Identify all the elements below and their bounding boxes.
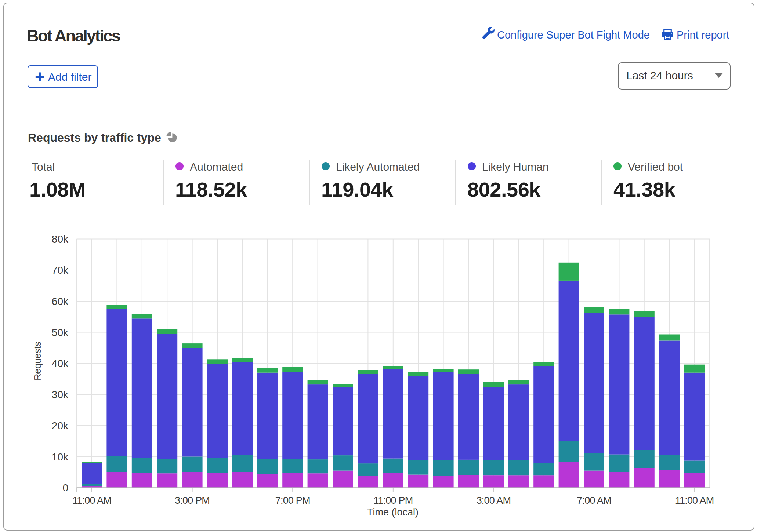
svg-text:20k: 20k — [52, 420, 69, 431]
svg-text:11:00 AM: 11:00 AM — [72, 495, 111, 506]
svg-text:80k: 80k — [52, 233, 69, 245]
svg-text:0: 0 — [62, 482, 68, 493]
svg-text:50k: 50k — [52, 327, 69, 338]
svg-text:70k: 70k — [52, 265, 69, 276]
svg-text:40k: 40k — [52, 358, 69, 369]
svg-text:10k: 10k — [52, 451, 69, 463]
svg-text:11:00 AM: 11:00 AM — [675, 495, 714, 506]
svg-text:7:00 AM: 7:00 AM — [577, 495, 611, 506]
svg-text:11:00 PM: 11:00 PM — [373, 495, 413, 506]
svg-text:3:00 PM: 3:00 PM — [175, 495, 210, 506]
svg-text:Requests: Requests — [32, 342, 43, 380]
svg-text:3:00 AM: 3:00 AM — [477, 495, 511, 506]
svg-text:30k: 30k — [52, 389, 69, 400]
svg-text:60k: 60k — [52, 296, 69, 307]
svg-text:Time (local): Time (local) — [367, 507, 419, 518]
svg-text:7:00 PM: 7:00 PM — [275, 495, 310, 506]
